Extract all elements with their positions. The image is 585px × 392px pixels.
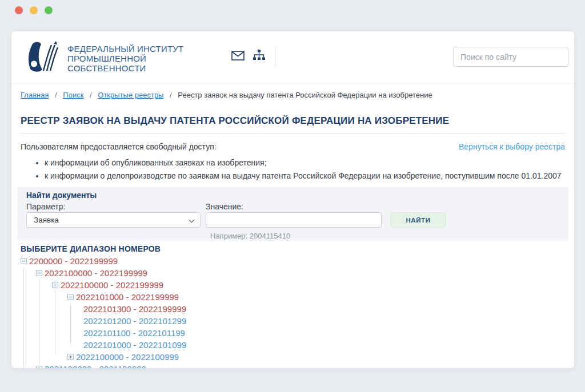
site-header: ФЕДЕРАЛЬНЫЙ ИНСТИТУТ ПРОМЫШЛЕННОЙ СОБСТВ…	[11, 31, 574, 84]
tree-node[interactable]: 2022100000 - 2022100999	[21, 351, 420, 363]
tree-node-label[interactable]: 2021100000 - 2021199999	[45, 364, 146, 368]
search-panel: Найти документы Параметр: Значение: Заяв…	[17, 187, 568, 241]
org-name-line3: СОБСТВЕННОСТИ	[67, 63, 183, 73]
tree-node[interactable]: 2022101000 - 2022199999	[21, 291, 420, 303]
tree-node-label[interactable]: 2022101200 - 2022101299	[83, 316, 186, 326]
fips-logo[interactable]	[25, 41, 63, 75]
page-title: РЕЕСТР ЗАЯВОК НА ВЫДАЧУ ПАТЕНТА РОССИЙСК…	[21, 115, 449, 127]
range-tree-body: 2200000 - 20221999992022100000 - 2022199…	[21, 255, 420, 368]
breadcrumb-search[interactable]: Поиск	[63, 91, 83, 99]
tree-node[interactable]: 2022101100 - 2022101199	[21, 327, 420, 339]
intro-text: Пользователям предоставляется свободный …	[21, 142, 217, 151]
breadcrumb-open-registers[interactable]: Открытые реестры	[98, 91, 163, 99]
tree-node-label[interactable]: 2022101100 - 2022101199	[83, 328, 185, 338]
tree-node[interactable]: 2022100000 - 2022199999	[21, 267, 420, 279]
return-to-register-link[interactable]: Вернуться к выбору реестра	[459, 142, 565, 151]
tree-node[interactable]: 2022100000 - 2022199999	[21, 279, 420, 291]
close-button[interactable]	[15, 6, 23, 14]
collapse-icon[interactable]	[67, 294, 74, 300]
sitemap-icon[interactable]	[253, 50, 265, 60]
window-controls	[15, 6, 53, 14]
org-name-line1: ФЕДЕРАЛЬНЫЙ ИНСТИТУТ	[67, 44, 183, 54]
tree-node-label[interactable]: 2022101000 - 2022101099	[83, 340, 186, 350]
breadcrumb-separator: /	[170, 91, 172, 99]
chevron-down-icon	[189, 217, 195, 223]
header-divider	[275, 46, 275, 67]
breadcrumb-home[interactable]: Главная	[21, 91, 49, 99]
breadcrumb-current: Реестр заявок на выдачу патента Российск…	[178, 91, 432, 99]
tree-node-label[interactable]: 2022100000 - 2022199999	[61, 280, 163, 290]
mail-icon[interactable]	[231, 51, 245, 60]
tree-node-label[interactable]: 2022101000 - 2022199999	[76, 292, 179, 302]
parameter-select[interactable]: Заявка	[26, 212, 201, 228]
parameter-select-value: Заявка	[34, 216, 59, 224]
org-name: ФЕДЕРАЛЬНЫЙ ИНСТИТУТ ПРОМЫШЛЕННОЙ СОБСТВ…	[67, 44, 183, 73]
collapse-icon[interactable]	[21, 258, 27, 264]
range-tree-heading: ВЫБЕРИТЕ ДИАПАЗОН НОМЕРОВ	[21, 244, 161, 253]
tree-node-label[interactable]: 2022100000 - 2022199999	[45, 268, 147, 278]
value-hint: Например: 2004115410	[210, 232, 290, 240]
value-label: Значение:	[206, 202, 243, 211]
value-input[interactable]	[206, 212, 382, 228]
site-search-input[interactable]	[453, 47, 568, 67]
collapse-icon[interactable]	[36, 270, 42, 276]
minimize-button[interactable]	[30, 6, 38, 14]
tree-node[interactable]: 2022101200 - 2022101299	[21, 315, 420, 327]
breadcrumb: Главная / Поиск / Открытые реестры / Рее…	[21, 91, 432, 99]
expand-icon[interactable]	[67, 354, 74, 360]
breadcrumb-separator: /	[90, 91, 92, 99]
tree-node-label[interactable]: 2022100000 - 2022100999	[76, 352, 179, 362]
breadcrumb-separator: /	[55, 91, 57, 99]
tree-node[interactable]: 2021100000 - 2021199999	[21, 363, 420, 368]
maximize-button[interactable]	[45, 6, 53, 14]
access-list-item: к информации о делопроизводстве по заявк…	[45, 171, 562, 180]
parameter-label: Параметр:	[26, 202, 65, 211]
tree-node[interactable]: 2200000 - 2022199999	[21, 255, 420, 267]
access-list-item: к информации об опубликованных заявках н…	[45, 158, 562, 167]
tree-node-label[interactable]: 2022101300 - 2022199999	[83, 304, 186, 314]
access-list: к информации об опубликованных заявках н…	[34, 158, 562, 184]
find-button[interactable]: НАЙТИ	[390, 212, 446, 228]
tree-node-label[interactable]: 2200000 - 2022199999	[29, 256, 118, 266]
tree-node[interactable]: 2022101300 - 2022199999	[21, 303, 420, 315]
search-panel-heading: Найти документы	[26, 191, 97, 200]
org-name-line2: ПРОМЫШЛЕННОЙ	[67, 54, 183, 63]
tree-node[interactable]: 2022101000 - 2022101099	[21, 339, 420, 351]
title-divider	[21, 133, 565, 134]
expand-icon[interactable]	[36, 366, 42, 368]
browser-content: ФЕДЕРАЛЬНЫЙ ИНСТИТУТ ПРОМЫШЛЕННОЙ СОБСТВ…	[11, 31, 574, 368]
collapse-icon[interactable]	[52, 282, 58, 288]
